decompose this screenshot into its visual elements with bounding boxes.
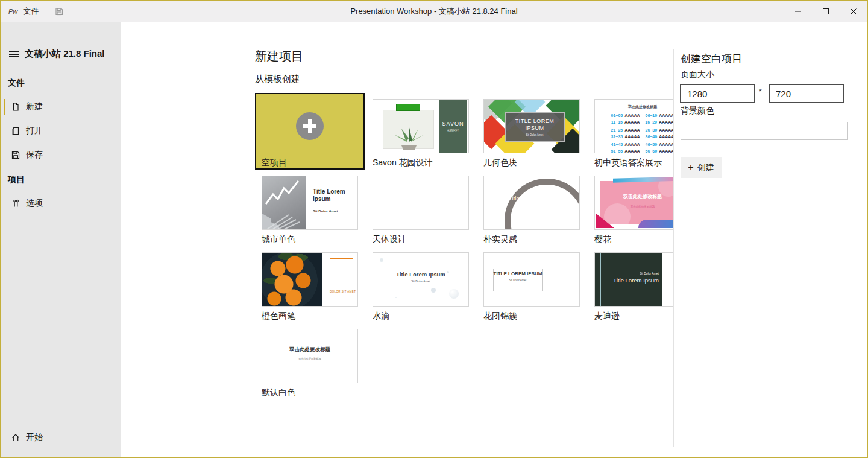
succulent-photo xyxy=(383,110,434,149)
template-label: 麦迪逊 xyxy=(594,311,673,320)
template-label: Savon 花园设计 xyxy=(373,157,469,167)
create-blank-panel: 创建空白项目 页面大小 * 背景颜色 + 创建 xyxy=(673,22,867,457)
plus-glyph: + xyxy=(688,163,693,173)
template-tile-savon[interactable]: SAVON 花园设计 Savon 花园设计 xyxy=(373,99,469,167)
sidebar-item-save[interactable]: 保存 xyxy=(1,143,121,167)
tools-icon xyxy=(11,199,20,208)
window-title: Presentation Workshop - 文稿小站 21.8.24 Fin… xyxy=(350,6,517,17)
plus-icon xyxy=(296,112,324,140)
sidebar-item-options[interactable]: 选项 xyxy=(1,191,121,215)
sidebar-item-open[interactable]: 打开 xyxy=(1,119,121,143)
template-tile-celestial[interactable]: 标题 LOREM IPSUM SIT DOLOR AMET 天体设计 xyxy=(373,176,469,244)
maximize-button[interactable] xyxy=(812,1,840,22)
page-size-label: 页面大小 xyxy=(681,69,714,80)
template-tile-empty[interactable]: 空项目 xyxy=(262,99,358,167)
new-document-icon xyxy=(11,102,20,112)
template-label: 几何色块 xyxy=(483,157,580,167)
template-label: 橙色画笔 xyxy=(262,311,358,320)
close-button[interactable] xyxy=(840,1,867,22)
titlebar: Pw 文件 Presentation Workshop - 文稿小站 21.8.… xyxy=(1,1,867,22)
oranges-photo xyxy=(262,253,322,306)
template-label: 天体设计 xyxy=(373,234,469,244)
sidebar-item-start[interactable]: 开始 xyxy=(1,425,121,450)
template-label: 水滴 xyxy=(373,311,469,320)
app-window: Pw 文件 Presentation Workshop - 文稿小站 21.8.… xyxy=(0,0,868,458)
sidebar-item-new[interactable]: 新建 xyxy=(1,95,121,119)
template-grid: 空项目 xyxy=(262,99,673,397)
template-label: 朴实灵感 xyxy=(483,234,580,244)
template-tile-sakura[interactable]: 双击此处修改标题 双击此处修改副标题 樱花 xyxy=(594,176,673,244)
green-tab xyxy=(396,104,420,111)
template-tile-coffee[interactable]: Title Lorem Ipsum Sit Dolor Amet 朴实灵感 xyxy=(483,176,580,244)
page-height-input[interactable] xyxy=(769,84,844,103)
template-label: 花团锦簇 xyxy=(483,311,580,320)
menu-file[interactable]: 文件 xyxy=(23,6,39,17)
templates-section-title: 从模板创建 xyxy=(255,74,300,85)
titlebar-save-icon[interactable] xyxy=(54,7,64,16)
save-icon xyxy=(11,150,20,160)
app-logo: Pw xyxy=(8,8,17,15)
home-icon xyxy=(11,433,20,442)
page-title: 新建项目 xyxy=(255,48,303,65)
sidebar-item-about[interactable]: 关于 xyxy=(1,450,121,458)
template-label: 樱花 xyxy=(594,234,673,244)
main-content: 新建项目 从模板创建 空项目 xyxy=(121,22,673,457)
window-controls xyxy=(784,1,867,22)
template-label: 默认白色 xyxy=(262,387,358,397)
minimize-button[interactable] xyxy=(784,1,812,22)
background-color-label: 背景颜色 xyxy=(681,106,714,116)
template-tile-default-white[interactable]: 双击此处更改标题 双击此处更改副标题 默认白色 xyxy=(262,329,358,397)
template-tile-orange-brush[interactable]: 标题 LOREM IPSUM DOLOR SIT AMET 橙色画笔 xyxy=(262,252,358,320)
panel-title: 创建空白项目 xyxy=(681,52,742,66)
template-tile-water-drop[interactable]: Title Lorem Ipsum Sit Dolor Amet 水滴 xyxy=(373,252,469,320)
sidebar-section-project: 项目 xyxy=(8,174,25,185)
template-label: 空项目 xyxy=(262,157,358,167)
create-button[interactable]: + 创建 xyxy=(681,157,722,178)
background-color-input[interactable] xyxy=(681,122,848,140)
template-tile-english-answers[interactable]: 双击此处修改标题 01~05AAAAA06~10AAAAA 11~15AAAAA… xyxy=(594,99,673,167)
sidebar: 文稿小站 21.8 Final 文件 新建 打开 保存 项目 xyxy=(1,22,121,457)
template-label: 初中英语答案展示 xyxy=(594,157,673,167)
hamburger-menu-icon[interactable] xyxy=(9,51,19,57)
template-tile-floral[interactable]: TITLE LOREM IPSUM Sit Dolor Amet 花团锦簇 xyxy=(483,252,580,320)
sidebar-app-title: 文稿小站 21.8 Final xyxy=(25,48,105,60)
template-tile-geometric[interactable]: TITLE LOREM IPSUM Sit Dolor Amet 几何色块 xyxy=(483,99,580,167)
open-file-icon xyxy=(11,126,20,136)
size-separator: * xyxy=(759,87,762,96)
stairs-photo xyxy=(262,176,306,229)
template-tile-city[interactable]: Title Lorem Ipsum Sit Dolor Amet 城市单色 xyxy=(262,176,358,244)
page-width-input[interactable] xyxy=(680,84,755,103)
sidebar-section-file: 文件 xyxy=(8,78,25,89)
template-tile-madison[interactable]: Sit Dolor Amet Title Lorem Ipsum 麦迪逊 xyxy=(594,252,673,320)
template-label: 城市单色 xyxy=(262,234,358,244)
